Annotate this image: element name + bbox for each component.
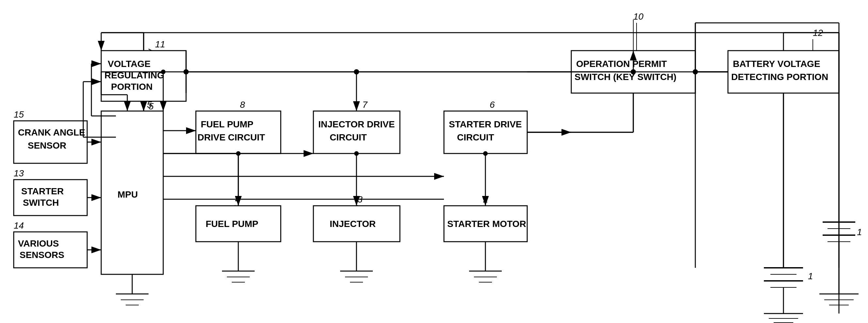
svg-text:BATTERY VOLTAGE: BATTERY VOLTAGE: [733, 59, 820, 69]
svg-text:VOLTAGE: VOLTAGE: [108, 59, 151, 69]
svg-text:OPERATION PERMIT: OPERATION PERMIT: [576, 59, 667, 69]
svg-text:14: 14: [14, 221, 24, 231]
svg-text:SWITCH: SWITCH: [23, 198, 59, 208]
svg-text:8: 8: [240, 99, 245, 110]
svg-text:15: 15: [14, 109, 24, 120]
svg-point-118: [161, 69, 165, 74]
svg-point-144: [693, 69, 698, 74]
svg-text:FUEL PUMP: FUEL PUMP: [201, 119, 253, 129]
svg-point-88: [483, 151, 488, 156]
svg-text:SENSOR: SENSOR: [28, 141, 66, 151]
svg-text:CIRCUIT: CIRCUIT: [457, 132, 494, 142]
svg-text:10: 10: [633, 11, 644, 22]
svg-text:PORTION: PORTION: [111, 82, 153, 92]
svg-text:INJECTOR DRIVE: INJECTOR DRIVE: [318, 119, 395, 129]
svg-text:7: 7: [362, 99, 368, 110]
svg-text:MPU: MPU: [118, 189, 138, 200]
svg-text:STARTER MOTOR: STARTER MOTOR: [447, 219, 526, 229]
svg-text:SWITCH (KEY SWITCH): SWITCH (KEY SWITCH): [575, 72, 676, 82]
svg-text:11: 11: [155, 39, 165, 49]
svg-text:5: 5: [149, 101, 154, 111]
svg-text:STARTER DRIVE: STARTER DRIVE: [449, 119, 522, 129]
svg-text:1: 1: [808, 271, 813, 281]
svg-text:CRANK ANGLE: CRANK ANGLE: [18, 127, 85, 138]
svg-text:CIRCUIT: CIRCUIT: [330, 132, 367, 142]
svg-text:FUEL PUMP: FUEL PUMP: [206, 219, 258, 229]
svg-text:INJECTOR: INJECTOR: [330, 219, 376, 229]
svg-point-85: [354, 151, 359, 156]
svg-text:STARTER: STARTER: [21, 186, 64, 196]
svg-text:DETECTING PORTION: DETECTING PORTION: [731, 72, 828, 82]
svg-text:SENSORS: SENSORS: [20, 250, 64, 260]
diagram-container: VOLTAGE REGULATING PORTION 11 MPU 5 FUEL…: [0, 0, 868, 323]
svg-text:6: 6: [490, 99, 495, 110]
svg-text:1: 1: [857, 227, 862, 237]
svg-text:DRIVE CIRCUIT: DRIVE CIRCUIT: [197, 132, 265, 142]
svg-text:VARIOUS: VARIOUS: [18, 238, 59, 248]
svg-text:13: 13: [14, 168, 24, 178]
